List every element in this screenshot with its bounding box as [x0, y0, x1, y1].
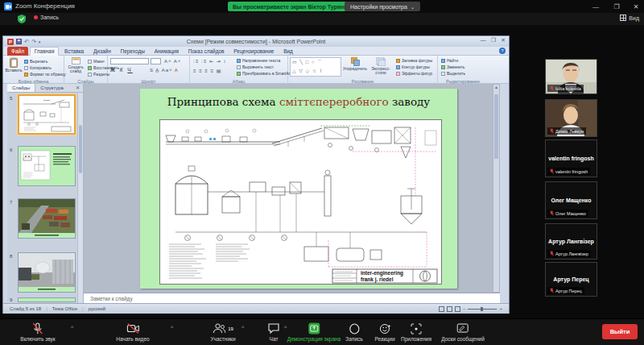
slide-thumbnail-6[interactable]: 6	[7, 146, 83, 191]
tab-animations[interactable]: Анимация	[151, 47, 184, 56]
align-text-button[interactable]: Выровнять текст	[237, 64, 274, 69]
status-theme: Тема Office	[52, 306, 77, 311]
zoom-in-icon[interactable]: +	[499, 306, 502, 311]
panel-scrollbar[interactable]	[77, 93, 83, 303]
find-button[interactable]: Найти	[441, 58, 458, 63]
muted-mic-icon	[32, 322, 43, 335]
sorter-view-icon[interactable]	[447, 306, 452, 312]
align-buttons[interactable]: ≡ ≡ ≡ ≡ ▤	[193, 68, 221, 73]
maximize-button[interactable]: ❐	[608, 0, 625, 13]
tab-insert[interactable]: Вставка	[60, 47, 88, 56]
panel-tab-slides[interactable]: Слайды	[7, 84, 35, 92]
shapes-gallery[interactable]: ▭ ╲ □ ○ ⌒△ ▽ ◇ ☆ ⌇	[290, 57, 341, 77]
panel-close-icon[interactable]: ✕	[72, 84, 83, 92]
arrange-button[interactable]: Упорядочить	[343, 57, 367, 71]
shape-outline-button[interactable]: Контур фигуры	[396, 64, 430, 69]
status-slide-count: Слайд 5 из 18	[10, 306, 41, 311]
close-button[interactable]: ✕	[627, 0, 644, 13]
participant-tile-2[interactable]: Денис Левкун	[545, 99, 597, 137]
smartart-button[interactable]: Преобразовать в SmartArt	[237, 71, 291, 76]
apps-button[interactable]: Приложения	[401, 322, 431, 342]
separator: |	[46, 306, 47, 311]
mic-options-chevron[interactable]: ^	[71, 325, 73, 330]
tab-design[interactable]: Дизайн	[89, 47, 115, 56]
slide-thumbnail-9[interactable]: 9	[7, 297, 83, 303]
select-button[interactable]: Выделить	[441, 71, 465, 76]
view-settings-button[interactable]: Настройки просмотра⌄	[345, 2, 420, 11]
new-slide-button[interactable]: Создать слайд	[65, 57, 86, 73]
participant-tile-4[interactable]: Олег Мащенко Олег Мащенко	[545, 181, 597, 219]
video-options-chevron[interactable]: ^	[171, 325, 173, 330]
share-screen-button[interactable]: Демонстрация экрана	[287, 322, 341, 342]
scroll-thumb	[79, 125, 82, 173]
panel-tab-outline[interactable]: Структура	[35, 84, 68, 92]
slide-thumbnail-5[interactable]: 5 ▪▪▪▪▪▪▪▪	[7, 94, 83, 139]
ppt-maximize-button[interactable]: ❐	[491, 37, 496, 44]
participants-count-badge: 19	[228, 326, 233, 331]
record-button[interactable]: Запись	[345, 322, 362, 342]
panel-tab-bar: Слайды Структура ✕	[7, 84, 83, 93]
status-view-controls[interactable]: −+	[439, 306, 502, 312]
zoom-slider[interactable]	[468, 309, 497, 310]
copy-button[interactable]: Копировать	[24, 65, 52, 70]
slide-title-highlight: сміттєпереробного	[279, 95, 389, 108]
ppt-minimize-button[interactable]: —	[481, 37, 486, 44]
participants-options-chevron[interactable]: ^	[242, 325, 244, 330]
tab-slideshow[interactable]: Показ слайдов	[184, 47, 229, 56]
quick-styles-button[interactable]: Экспресс-стили	[367, 57, 394, 75]
tab-view[interactable]: Вид	[279, 47, 297, 56]
shape-effects-button[interactable]: Эффекты фигур	[396, 71, 432, 76]
tab-file[interactable]: Файл	[7, 47, 28, 56]
scroll-thumb	[494, 94, 498, 159]
view-button[interactable]: Вид	[620, 15, 639, 21]
normal-view-icon[interactable]	[439, 306, 444, 312]
slide-title: Принципова схема сміттєпереробного завод…	[140, 95, 457, 108]
ppt-close-button[interactable]: ✕	[501, 37, 506, 44]
help-icon[interactable]: ?	[499, 48, 506, 54]
participants-button[interactable]: 19 Участники	[210, 322, 235, 342]
notes-pane[interactable]: Заметки к слайду	[84, 293, 500, 303]
slideshow-view-icon[interactable]	[455, 306, 460, 312]
shape-fill-icon	[396, 59, 400, 63]
shield-check-icon[interactable]	[18, 15, 26, 23]
tab-transitions[interactable]: Переходы	[116, 47, 149, 56]
paste-button[interactable]: Вставить	[5, 57, 23, 73]
font-name-box[interactable]	[110, 58, 149, 64]
muted-camera-icon	[126, 323, 139, 334]
participant-tile-3[interactable]: valentin fringosh valentin fringosh	[545, 139, 597, 177]
format-painter-button[interactable]: Формат по образцу	[24, 72, 66, 77]
tab-review[interactable]: Рецензирование	[229, 47, 278, 56]
slide-scrollbar[interactable]: ▲	[493, 84, 500, 293]
reactions-button[interactable]: Реакции	[374, 322, 394, 342]
unmute-button[interactable]: Включить звук	[20, 322, 55, 342]
whiteboards-button[interactable]: Доски сообщений	[441, 322, 485, 342]
tab-home[interactable]: Главная	[30, 47, 60, 56]
text-direction-button[interactable]: Направление текста	[237, 58, 280, 63]
sections-button[interactable]: Разделы	[88, 72, 109, 77]
cut-button[interactable]: Вырезать	[24, 59, 47, 64]
slide-thumbnail-7[interactable]: 7	[7, 198, 83, 245]
slide-thumbnail-8[interactable]: 8	[7, 252, 83, 299]
chat-button[interactable]: Чат	[268, 322, 279, 342]
participant-tile-5[interactable]: Артур Лангвізер Артур Лангвізер	[545, 223, 597, 260]
font-size-box[interactable]	[151, 58, 161, 64]
font-color-icon[interactable]: A	[175, 68, 179, 73]
mini-diagram: ▪▪▪▪▪▪▪▪	[19, 96, 74, 133]
participant-tile-6[interactable]: Артур Перец Артур Перец	[545, 262, 597, 297]
current-slide[interactable]: Принципова схема сміттєпереробного завод…	[140, 89, 457, 289]
list-buttons[interactable]: ⁝≡ ⁝≡ ⇤ ⇥ ↕	[193, 58, 227, 64]
underline-button[interactable]: Ч	[127, 67, 132, 73]
layout-button[interactable]: Макет	[88, 59, 105, 64]
replace-button[interactable]: Заменить	[441, 64, 464, 69]
start-video-button[interactable]: Начать видео	[116, 322, 149, 342]
text-effects-icons[interactable]: S A̲ Aa˅ A	[150, 68, 179, 73]
participant-tile-1[interactable]: Iuliia kulevda	[545, 59, 597, 94]
shape-fill-button[interactable]: Заливка фигуры	[396, 58, 432, 63]
grow-shrink-font-icons[interactable]: A˄ A˅	[164, 59, 181, 64]
font-style-buttons[interactable]: Ж К Ч	[110, 67, 133, 73]
leave-button[interactable]: Выйти	[602, 324, 638, 339]
minimize-button[interactable]: —	[587, 0, 605, 13]
italic-button[interactable]: К	[120, 67, 125, 73]
zoom-out-icon[interactable]: −	[463, 306, 466, 311]
bold-button[interactable]: Ж	[110, 67, 117, 73]
